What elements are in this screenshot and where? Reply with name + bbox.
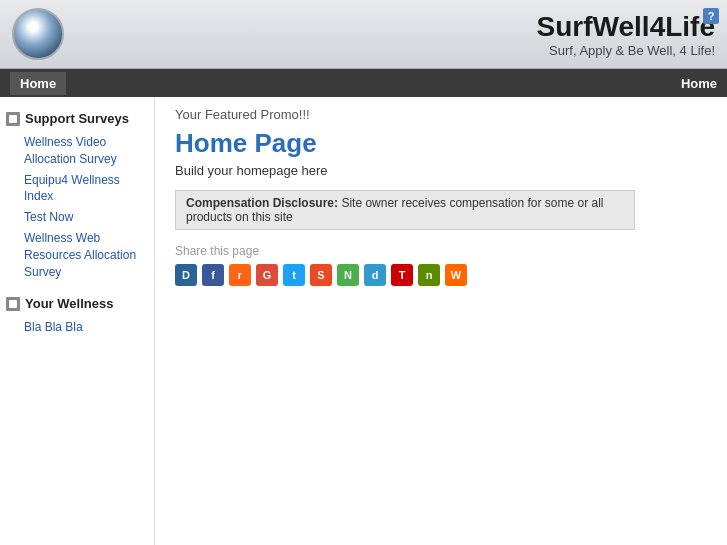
sidebar-link-bla[interactable]: Bla Bla Bla xyxy=(6,317,148,338)
sidebar-section-icon-2 xyxy=(6,297,20,311)
share-icon-google[interactable]: G xyxy=(256,264,278,286)
site-title: SurfWell4Life xyxy=(537,11,715,43)
brand-block: SurfWell4Life Surf, Apply & Be Well, 4 L… xyxy=(537,11,715,58)
compensation-label: Compensation Disclosure: xyxy=(186,196,338,210)
nav-home-right[interactable]: Home xyxy=(681,76,717,91)
promo-text: Your Featured Promo!!! xyxy=(175,107,707,122)
share-icon-newsvine[interactable]: n xyxy=(418,264,440,286)
share-icon-windows-live[interactable]: W xyxy=(445,264,467,286)
share-icon-digg[interactable]: D xyxy=(175,264,197,286)
share-icon-netvibes[interactable]: N xyxy=(337,264,359,286)
sidebar-section-your-wellness: Your Wellness xyxy=(6,296,148,311)
sidebar-link-equipu4[interactable]: Equipu4 Wellness Index xyxy=(6,170,148,208)
share-icon-twitter[interactable]: t xyxy=(283,264,305,286)
share-icon-technorati[interactable]: T xyxy=(391,264,413,286)
sidebar-link-wellness-web[interactable]: Wellness Web Resources Allocation Survey xyxy=(6,228,148,282)
sidebar: Support Surveys Wellness Video Allocatio… xyxy=(0,97,155,545)
page-title: Home Page xyxy=(175,128,707,159)
site-logo xyxy=(12,8,64,60)
compensation-bar: Compensation Disclosure: Site owner rece… xyxy=(175,190,635,230)
navbar: Home Home xyxy=(0,69,727,97)
page-subtitle: Build your homepage here xyxy=(175,163,707,178)
nav-home-left[interactable]: Home xyxy=(10,72,66,95)
content-area: Your Featured Promo!!! Home Page Build y… xyxy=(155,97,727,545)
header: SurfWell4Life Surf, Apply & Be Well, 4 L… xyxy=(0,0,727,69)
sidebar-section-icon-1 xyxy=(6,112,20,126)
share-icon-facebook[interactable]: f xyxy=(202,264,224,286)
sidebar-link-wellness-video[interactable]: Wellness Video Allocation Survey xyxy=(6,132,148,170)
share-icon-stumbleupon[interactable]: S xyxy=(310,264,332,286)
share-icons-row: DfrGtSNdTnW xyxy=(175,264,707,286)
sidebar-section-support-surveys: Support Surveys xyxy=(6,111,148,126)
share-icon-reddit[interactable]: r xyxy=(229,264,251,286)
sidebar-section-label-1: Support Surveys xyxy=(25,111,129,126)
share-icon-delicious[interactable]: d xyxy=(364,264,386,286)
share-label: Share this page xyxy=(175,244,707,258)
sidebar-section-label-2: Your Wellness xyxy=(25,296,113,311)
main-layout: Support Surveys Wellness Video Allocatio… xyxy=(0,97,727,545)
help-icon[interactable]: ? xyxy=(703,8,719,24)
site-tagline: Surf, Apply & Be Well, 4 Life! xyxy=(537,43,715,58)
sidebar-link-test-now[interactable]: Test Now xyxy=(6,207,148,228)
